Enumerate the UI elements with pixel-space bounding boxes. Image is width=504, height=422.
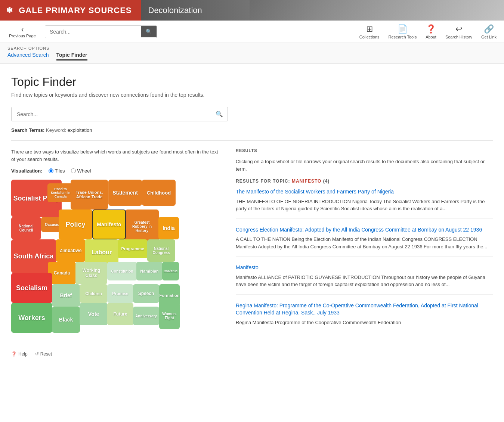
tab-topic-finder[interactable]: Topic Finder: [56, 52, 87, 60]
panel-footer: ❓ Help ↺ Reset: [11, 351, 220, 357]
result-snippet: THE MANIFESTO OF OF NIGERIA INTRODUCTION…: [236, 198, 493, 212]
tile-item[interactable]: National Council: [11, 217, 41, 239]
tile-grid[interactable]: Socialist PartyRoad to Socialism in Cana…: [11, 180, 213, 348]
tile-item[interactable]: Manifesto: [92, 210, 126, 239]
nav-icons: ⊞ Collections 📄 Research Tools ❓ About ↩…: [359, 24, 497, 39]
tile-item[interactable]: Brief: [52, 284, 80, 307]
help-button[interactable]: ❓ Help: [11, 351, 28, 357]
tile-item[interactable]: Childhood: [142, 180, 176, 206]
tile-item[interactable]: Future: [107, 303, 133, 325]
tile-item[interactable]: Anniversary: [133, 307, 159, 325]
keyword-value: exploitation: [68, 127, 92, 133]
visualization-desc: There are two ways to visualize below wh…: [11, 148, 220, 163]
research-tools-icon: 📄: [398, 24, 408, 34]
tile-item[interactable]: Black: [52, 307, 80, 333]
tile-item[interactable]: Working Class: [75, 262, 107, 284]
results-list: The Manifesto of the Socialist Workers a…: [236, 188, 493, 332]
viz-label: Visualization:: [11, 168, 43, 174]
tile-item[interactable]: Children: [80, 284, 108, 303]
tile-item[interactable]: India: [158, 217, 179, 239]
nav-bar: ‹ Previous Page 🔍 ⊞ Collections 📄 Resear…: [0, 21, 504, 43]
wheel-radio[interactable]: [71, 168, 76, 173]
wheel-label: Wheel: [77, 168, 91, 174]
search-options-label: SEARCH OPTIONS: [7, 46, 497, 50]
tiles-label: Tiles: [55, 168, 65, 174]
brand-logo: ❄ GALE PRIMARY SOURCES: [6, 6, 135, 15]
research-tools-nav-item[interactable]: 📄 Research Tools: [389, 24, 417, 39]
tile-item[interactable]: Workers: [11, 303, 52, 333]
nav-search-box[interactable]: 🔍: [45, 25, 157, 38]
header: ❄ GALE PRIMARY SOURCES Decolonization: [0, 0, 504, 21]
prev-page-label: Previous Page: [9, 34, 36, 38]
result-title[interactable]: Congress Election Manifesto: Adopted by …: [236, 226, 493, 234]
search-history-nav-item[interactable]: ↩ Search History: [445, 24, 472, 39]
main-content: Topic Finder Find new topics or keywords…: [0, 64, 504, 364]
tiles-radio[interactable]: [49, 168, 53, 173]
get-link-nav-item[interactable]: 🔗 Get Link: [481, 24, 497, 39]
results-for-label: RESULTS FOR TOPIC:: [236, 179, 290, 184]
topic-search-input[interactable]: [12, 108, 211, 121]
result-item: Congress Election Manifesto: Adopted by …: [236, 226, 493, 257]
topic-search-icon: 🔍: [216, 111, 223, 117]
page-subtitle: Find new topics or keywords and discover…: [11, 92, 493, 98]
reset-icon: ↺: [35, 351, 39, 357]
nav-search-button[interactable]: 🔍: [141, 26, 157, 37]
tile-item[interactable]: Road to Socialism in Canada: [47, 183, 74, 202]
prev-page-button[interactable]: ‹ Previous Page: [7, 25, 37, 38]
tile-item[interactable]: Speech: [133, 284, 159, 303]
tile-item[interactable]: Policy: [59, 210, 92, 239]
tile-item[interactable]: Promise: [107, 284, 133, 303]
tile-item[interactable]: Csa/atuc: [162, 262, 179, 280]
result-title[interactable]: Regina Manifesto: Programme of the Co-Op…: [236, 302, 493, 317]
topic-search-box[interactable]: 🔍: [11, 107, 228, 121]
result-snippet: Regina Manifesta Programme of the Cooper…: [236, 319, 493, 326]
wheel-radio-option[interactable]: Wheel: [71, 168, 91, 174]
tile-item[interactable]: Socialism: [11, 273, 52, 303]
collections-nav-item[interactable]: ⊞ Collections: [359, 24, 380, 39]
left-panel: There are two ways to visualize below wh…: [11, 148, 220, 357]
search-icon: 🔍: [146, 29, 152, 34]
about-label: About: [426, 35, 436, 39]
result-title[interactable]: Manifesto: [236, 264, 493, 271]
tile-item[interactable]: Namibian: [136, 262, 163, 280]
result-snippet: A CALL TO THE NATION Being the Election …: [236, 236, 493, 250]
brand-snowflake-icon: ❄: [6, 6, 13, 15]
results-desc: Clicking on a topic wheel or tile narrow…: [236, 158, 493, 173]
tile-item[interactable]: Statement: [108, 180, 142, 206]
get-link-label: Get Link: [481, 35, 497, 39]
brand-bar: ❄ GALE PRIMARY SOURCES: [0, 0, 141, 21]
tile-item[interactable]: Greatest Robbery in History: [125, 210, 159, 243]
viz-options: Visualization: Tiles Wheel: [11, 168, 220, 174]
header-topic-label: Decolonization: [148, 6, 202, 15]
result-item: Regina Manifesto: Programme of the Co-Op…: [236, 302, 493, 332]
tile-item[interactable]: Trade Unions, African Trade: [71, 180, 108, 210]
page-title: Topic Finder: [11, 75, 493, 89]
help-label: Help: [18, 351, 28, 357]
prev-page-arrow-icon: ‹: [21, 25, 24, 34]
about-nav-item[interactable]: ❓ About: [426, 24, 436, 39]
topic-search-button[interactable]: 🔍: [211, 107, 228, 121]
tab-advanced-search[interactable]: Advanced Search: [7, 52, 49, 60]
search-options-bar: SEARCH OPTIONS Advanced Search Topic Fin…: [0, 43, 504, 64]
collections-label: Collections: [359, 35, 380, 39]
result-snippet: Manifesto ALLIANCE of PATRIOTIC GUYANESE…: [236, 274, 493, 288]
tile-item[interactable]: Constitution: [107, 262, 137, 280]
results-label: RESULTS: [236, 148, 493, 153]
research-tools-label: Research Tools: [389, 35, 417, 39]
about-icon: ❓: [426, 24, 436, 34]
help-icon: ❓: [11, 351, 17, 357]
reset-button[interactable]: ↺ Reset: [35, 351, 52, 357]
right-panel: RESULTS Clicking on a topic wheel or til…: [228, 148, 493, 357]
tile-item[interactable]: Zimbabwe: [56, 239, 86, 262]
tile-item[interactable]: Programme: [118, 239, 148, 258]
tile-item[interactable]: Vote: [80, 303, 108, 325]
tile-item[interactable]: National Congress: [147, 239, 175, 262]
search-history-icon: ↩: [455, 24, 462, 34]
brand-title: GALE PRIMARY SOURCES: [19, 6, 132, 15]
tile-item[interactable]: Women, Fight: [159, 303, 180, 329]
get-link-icon: 🔗: [484, 24, 494, 34]
result-title[interactable]: The Manifesto of the Socialist Workers a…: [236, 188, 493, 196]
header-image-area: Decolonization: [141, 0, 504, 21]
tiles-radio-option[interactable]: Tiles: [49, 168, 65, 174]
nav-search-input[interactable]: [45, 26, 141, 38]
